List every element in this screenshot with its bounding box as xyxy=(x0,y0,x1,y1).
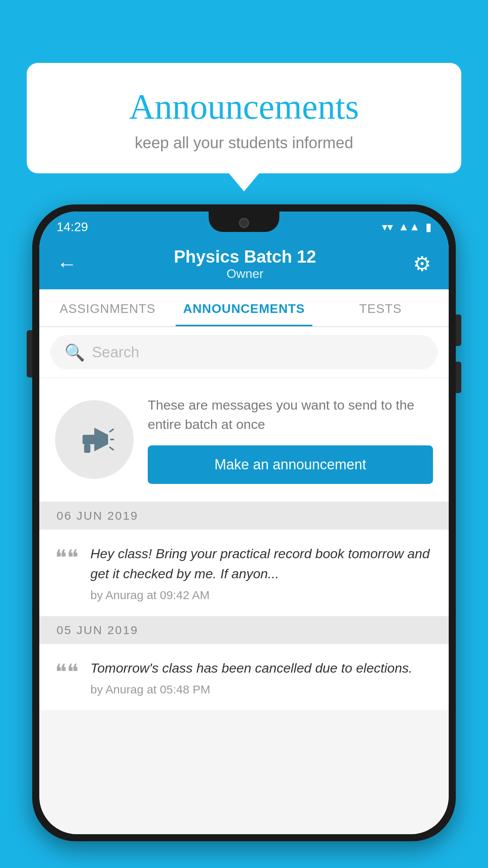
tab-assignments[interactable]: ASSIGNMENTS xyxy=(39,302,176,326)
status-time: 14:29 xyxy=(57,220,88,234)
make-announcement-button[interactable]: Make an announcement xyxy=(148,445,433,484)
header-title-block: Physics Batch 12 Owner xyxy=(174,247,316,281)
date-divider-1: 06 JUN 2019 xyxy=(39,502,449,530)
power-button xyxy=(27,330,32,377)
signal-icon: ▲▲ xyxy=(398,221,420,233)
svg-rect-2 xyxy=(84,444,90,453)
volume-up-button xyxy=(456,314,461,346)
status-icons: ▾▾ ▲▲ ▮ xyxy=(382,221,431,234)
wifi-icon: ▾▾ xyxy=(382,221,393,234)
announcement-item-2[interactable]: ❝❝ Tomorrow's class has been cancelled d… xyxy=(39,644,449,711)
svg-line-5 xyxy=(110,447,113,450)
phone-outer: 14:29 ▾▾ ▲▲ ▮ ← Physics Batch 12 Owner ⚙… xyxy=(32,204,456,841)
megaphone-icon xyxy=(75,420,114,459)
content-area: 🔍 Search xyxy=(39,327,449,711)
camera-icon xyxy=(239,218,249,228)
tab-tests[interactable]: TESTS xyxy=(312,302,449,326)
speech-bubble-container: Announcements keep all your students inf… xyxy=(27,63,461,173)
date-divider-2: 05 JUN 2019 xyxy=(39,616,449,644)
back-button[interactable]: ← xyxy=(57,252,77,276)
batch-role: Owner xyxy=(174,267,316,281)
announcement-meta-1: by Anurag at 09:42 AM xyxy=(90,588,433,602)
tabs-bar: ASSIGNMENTS ANNOUNCEMENTS TESTS xyxy=(39,289,449,327)
announcement-text-1: Hey class! Bring your practical record b… xyxy=(90,544,433,584)
promo-description: These are messages you want to send to t… xyxy=(148,395,433,434)
promo-content: These are messages you want to send to t… xyxy=(148,395,433,484)
quote-icon-1: ❝❝ xyxy=(55,547,79,569)
search-icon: 🔍 xyxy=(64,343,85,362)
app-header: ← Physics Batch 12 Owner ⚙ xyxy=(39,238,449,289)
phone-container: 14:29 ▾▾ ▲▲ ▮ ← Physics Batch 12 Owner ⚙… xyxy=(32,204,456,868)
promo-icon-circle xyxy=(55,400,134,479)
speech-bubble: Announcements keep all your students inf… xyxy=(27,63,461,173)
svg-line-3 xyxy=(110,429,113,432)
battery-icon: ▮ xyxy=(426,221,431,234)
bubble-title: Announcements xyxy=(58,86,430,127)
phone-screen: 14:29 ▾▾ ▲▲ ▮ ← Physics Batch 12 Owner ⚙… xyxy=(39,211,449,834)
search-input-wrapper[interactable]: 🔍 Search xyxy=(50,335,438,370)
phone-notch xyxy=(209,211,279,232)
volume-down-button xyxy=(456,362,461,393)
tab-announcements[interactable]: ANNOUNCEMENTS xyxy=(176,302,312,326)
quote-icon-2: ❝❝ xyxy=(55,661,79,683)
announcement-item-1[interactable]: ❝❝ Hey class! Bring your practical recor… xyxy=(39,530,449,616)
announcement-meta-2: by Anurag at 05:48 PM xyxy=(90,683,433,696)
announcement-content-2: Tomorrow's class has been cancelled due … xyxy=(90,658,433,696)
announcement-content-1: Hey class! Bring your practical record b… xyxy=(90,544,433,602)
settings-icon[interactable]: ⚙ xyxy=(413,252,431,276)
search-placeholder: Search xyxy=(92,344,139,361)
bubble-subtitle: keep all your students informed xyxy=(58,134,430,152)
svg-rect-1 xyxy=(83,435,95,444)
svg-marker-0 xyxy=(94,428,108,451)
batch-title: Physics Batch 12 xyxy=(174,247,316,267)
announcement-text-2: Tomorrow's class has been cancelled due … xyxy=(90,658,433,678)
search-bar: 🔍 Search xyxy=(39,327,449,377)
promo-card: These are messages you want to send to t… xyxy=(39,378,449,501)
